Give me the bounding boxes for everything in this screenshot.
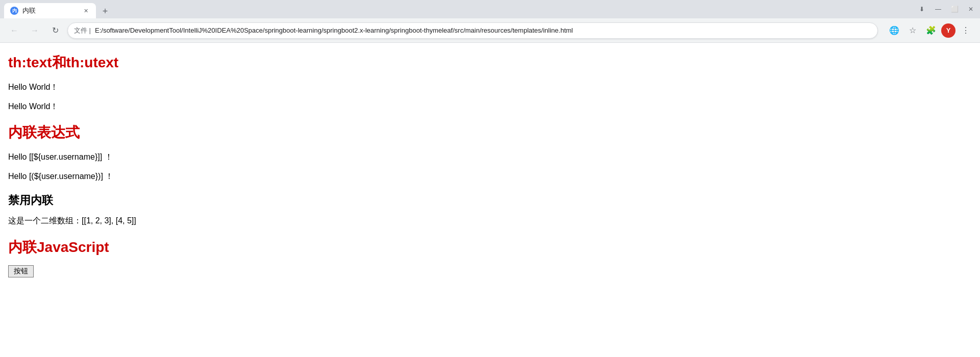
bookmark-icon[interactable]: ☆ (904, 22, 921, 39)
section-inline-expr-line1: Hello [[${user.username}]] ！ (8, 150, 972, 164)
tab-title: 内联 (22, 6, 78, 15)
tab-bar: 内 内联 ✕ + (4, 0, 112, 18)
back-button[interactable]: ← (6, 22, 22, 39)
url-scheme: 文件 | (74, 26, 91, 35)
refresh-button[interactable]: ↻ (47, 22, 63, 39)
section-thtext-line1: Hello World！ (8, 81, 972, 94)
translate-icon[interactable]: 🌐 (886, 22, 902, 39)
browser-window: 内 内联 ✕ + ⬇ — ⬜ ✕ ← → ↻ 文件 | E:/software/… (0, 0, 980, 357)
extensions-icon[interactable]: 🧩 (923, 22, 939, 39)
address-actions: 🌐 ☆ 🧩 Y ⋮ (886, 22, 974, 39)
more-options-icon[interactable]: ⋮ (958, 22, 974, 39)
title-bar: 内 内联 ✕ + ⬇ — ⬜ ✕ (0, 0, 980, 18)
tab-close-button[interactable]: ✕ (82, 7, 90, 15)
section-disable-inline-heading: 禁用内联 (8, 193, 972, 208)
new-tab-button[interactable]: + (98, 4, 112, 18)
close-button[interactable]: ✕ (966, 4, 976, 14)
download-button[interactable]: ⬇ (917, 4, 927, 14)
section-inline-js-heading: 内联JavaScript (8, 238, 972, 257)
section-inline-expr-line2: Hello [(${user.username})] ！ (8, 170, 972, 183)
address-bar: ← → ↻ 文件 | E:/software/DevelopmentTool/I… (0, 18, 980, 43)
section-inline-expr-heading: 内联表达式 (8, 123, 972, 142)
active-tab[interactable]: 内 内联 ✕ (4, 3, 96, 18)
url-bar[interactable]: 文件 | E:/software/DevelopmentTool/Intelli… (67, 22, 878, 39)
section-thtext-heading: th:text和th:utext (8, 53, 972, 72)
page-content: th:text和th:utext Hello World！ Hello Worl… (0, 43, 980, 357)
section-inline-js: 内联JavaScript 按钮 (8, 238, 972, 277)
forward-button[interactable]: → (27, 22, 43, 39)
section-thtext-line2: Hello World！ (8, 100, 972, 113)
section-inline-expr: 内联表达式 Hello [[${user.username}]] ！ Hello… (8, 123, 972, 183)
section-thtext: th:text和th:utext Hello World！ Hello Worl… (8, 53, 972, 113)
section-disable-inline: 禁用内联 这是一个二维数组：[[1, 2, 3], [4, 5]] (8, 193, 972, 227)
favicon-text: 内 (12, 8, 17, 14)
window-controls: ⬇ — ⬜ ✕ (917, 4, 976, 14)
profile-button[interactable]: Y (941, 23, 955, 38)
url-path: E:/software/DevelopmentTool/IntelliJ%20I… (95, 27, 871, 34)
minimize-button[interactable]: — (933, 4, 943, 14)
tab-favicon: 内 (10, 7, 18, 15)
section-disable-inline-line1: 这是一个二维数组：[[1, 2, 3], [4, 5]] (8, 214, 972, 227)
inline-js-button[interactable]: 按钮 (8, 265, 34, 277)
maximize-button[interactable]: ⬜ (949, 4, 960, 14)
